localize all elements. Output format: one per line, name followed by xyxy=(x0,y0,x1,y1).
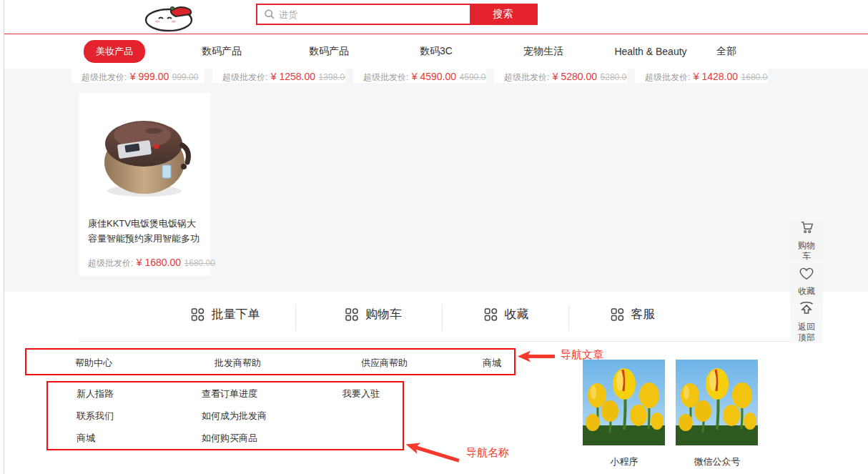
footer-link-how-to-buy[interactable]: 如何购买商品 xyxy=(202,432,257,445)
product-title: 康佳KKTV电饭煲电饭锅大容量智能预约家用智能多功能煮饭锅... xyxy=(88,216,201,246)
service-label: 购物车 xyxy=(365,306,402,322)
rice-cooker-photo xyxy=(79,93,210,213)
price-label: 超级批发价: xyxy=(645,72,690,82)
grid-icon xyxy=(191,307,205,322)
nav-tab-all[interactable]: 全部 xyxy=(716,45,736,58)
heart-icon xyxy=(799,267,814,284)
back-to-top-icon xyxy=(798,300,815,320)
footer-link-help-center[interactable]: 帮助中心 xyxy=(75,357,112,370)
product-grid-area: 超级批发价: ¥ 999.00 999.00 超级批发价: ¥ 1258.00 … xyxy=(4,69,868,292)
search-icon xyxy=(264,9,275,20)
service-cart[interactable]: 购物车 xyxy=(345,306,402,322)
price-value: ¥ 5280.00 xyxy=(553,71,597,82)
price-label: 超级批发价: xyxy=(363,72,408,82)
product-card-rice-cooker[interactable]: 康佳KKTV电饭煲电饭锅大容量智能预约家用智能多功能煮饭锅... 超级批发价: … xyxy=(79,93,210,276)
footer-link-contact-us[interactable]: 联系我们 xyxy=(77,410,114,423)
grid-icon xyxy=(345,307,359,322)
back-to-top-button[interactable]: 返回顶部 xyxy=(790,299,823,343)
annotation-box-nav-articles: 帮助中心 批发商帮助 供应商帮助 商城 xyxy=(25,348,516,375)
divider xyxy=(568,305,569,331)
price-original: 1680.00 xyxy=(184,258,215,268)
nav-tab-digital-1[interactable]: 数码产品 xyxy=(202,45,242,58)
service-customer-support[interactable]: 客服 xyxy=(611,306,656,322)
price-original: 999.00 xyxy=(172,72,199,82)
footer-link-newcomer-guide[interactable]: 新人指路 xyxy=(77,387,114,400)
annotation-box-nav-names: 新人指路 查看订单进度 我要入驻 联系我们 如何成为批发商 商城 如何购买商品 xyxy=(46,381,404,450)
footer-link-join-us[interactable]: 我要入驻 xyxy=(342,387,380,400)
category-nav: 美妆产品 数码产品 数码产品 数码3C 宠物生活 Health & Beauty… xyxy=(4,34,868,69)
service-label: 收藏 xyxy=(505,306,529,322)
price-label: 超级批发价: xyxy=(222,72,267,82)
annotation-arrow-left xyxy=(518,350,555,365)
wechat-official-label: 微信公众号 xyxy=(694,455,741,468)
nav-tab-digital-3c[interactable]: 数码3C xyxy=(420,45,453,58)
nav-tab-health-beauty[interactable]: Health & Beauty xyxy=(614,46,686,57)
price-original: 1398.00 xyxy=(319,72,345,82)
product-price-line: 超级批发价: ¥ 1680.00 1680.00 xyxy=(88,256,210,270)
price-original: 5280.00 xyxy=(601,72,627,82)
float-cart-button[interactable]: 购物车 xyxy=(790,220,823,260)
annotation-arrow-diagonal xyxy=(403,438,461,469)
search-button[interactable]: 搜索 xyxy=(470,5,536,24)
footer-link-order-progress[interactable]: 查看订单进度 xyxy=(202,387,257,400)
price-value: ¥ 1428.00 xyxy=(694,71,738,82)
footer-link-mall-2[interactable]: 商城 xyxy=(77,432,95,445)
divider xyxy=(442,305,443,331)
mini-program-qr-image[interactable] xyxy=(583,360,665,445)
service-bulk-order[interactable]: 批量下单 xyxy=(191,306,260,322)
product-card-partial[interactable]: 超级批发价: ¥ 4590.00 4590.00 xyxy=(353,69,486,83)
search-bar: 搜索 xyxy=(256,4,538,25)
footer-link-become-wholesaler[interactable]: 如何成为批发商 xyxy=(202,410,267,423)
divider xyxy=(295,305,296,331)
page: 搜索 美妆产品 数码产品 数码产品 数码3C 宠物生活 Health & Bea… xyxy=(0,0,868,474)
footer-link-wholesaler-help[interactable]: 批发商帮助 xyxy=(214,357,261,370)
float-favorites-label: 收藏 xyxy=(796,286,817,297)
price-value: ¥ 1680.00 xyxy=(137,257,181,268)
logo[interactable] xyxy=(132,1,210,32)
price-value: ¥ 4590.00 xyxy=(412,71,456,82)
mascot-face-logo-icon xyxy=(132,22,210,34)
price-label: 超级批发价: xyxy=(504,72,549,82)
price-original: 1680.00 xyxy=(741,72,768,82)
grid-icon xyxy=(611,307,625,322)
price-value: ¥ 999.00 xyxy=(130,71,169,82)
price-label: 超级批发价: xyxy=(88,258,133,268)
service-favorites[interactable]: 收藏 xyxy=(484,306,529,322)
search-input[interactable] xyxy=(257,5,470,24)
price-label: 超级批发价: xyxy=(82,72,127,82)
header: 搜索 xyxy=(4,0,868,34)
footer-link-mall[interactable]: 商城 xyxy=(483,357,501,370)
nav-tab-beauty[interactable]: 美妆产品 xyxy=(84,40,145,63)
mini-program-label: 小程序 xyxy=(611,455,638,468)
float-cart-label: 购物车 xyxy=(796,240,817,262)
product-card-partial[interactable]: 超级批发价: ¥ 999.00 999.00 xyxy=(71,69,204,83)
wechat-official-qr-image[interactable] xyxy=(676,360,758,445)
divider xyxy=(79,341,790,342)
cart-icon xyxy=(799,219,814,238)
back-to-top-label: 返回顶部 xyxy=(796,322,817,343)
service-label: 批量下单 xyxy=(212,306,260,322)
product-card-partial[interactable]: 超级批发价: ¥ 1428.00 1680.00 xyxy=(635,69,768,83)
product-card-partial[interactable]: 超级批发价: ¥ 5280.00 5280.00 xyxy=(494,69,627,83)
footer-link-supplier-help[interactable]: 供应商帮助 xyxy=(361,357,408,370)
float-favorites-button[interactable]: 收藏 xyxy=(790,265,823,299)
price-original: 4590.00 xyxy=(460,72,486,82)
nav-tab-pets[interactable]: 宠物生活 xyxy=(523,45,563,58)
product-card-partial[interactable]: 超级批发价: ¥ 1258.00 1398.00 xyxy=(212,69,345,83)
grid-icon xyxy=(484,307,498,322)
service-label: 客服 xyxy=(631,306,656,322)
nav-tab-digital-2[interactable]: 数码产品 xyxy=(309,45,349,58)
price-value: ¥ 1258.00 xyxy=(271,71,315,82)
annotation-text-nav-names: 导航名称 xyxy=(466,446,509,460)
